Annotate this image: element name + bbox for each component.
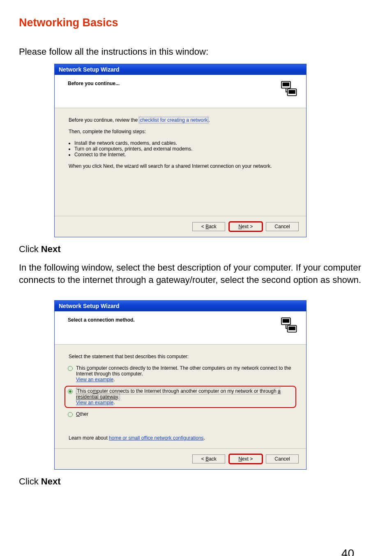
dot: . <box>113 377 115 382</box>
svg-rect-5 <box>283 319 290 322</box>
back-button[interactable]: < Back <box>192 454 225 463</box>
t: This co <box>77 388 93 394</box>
click-prefix: Click <box>19 244 41 254</box>
t: ther <box>80 411 88 417</box>
dialog1-footer: < Back Next > Cancel <box>55 216 306 237</box>
dialog1-header-title: Before you continue... <box>68 81 120 86</box>
t: This <box>76 365 87 371</box>
radio-text: Other <box>76 411 293 417</box>
click-bold: Next <box>41 476 61 486</box>
click-bold: Next <box>41 244 61 254</box>
review-suffix: . <box>208 117 210 123</box>
view-example-link[interactable]: View an example <box>76 400 113 405</box>
dot: . <box>113 400 115 405</box>
svg-rect-7 <box>288 327 295 330</box>
svg-rect-3 <box>288 90 295 94</box>
click-next-1: Click Next <box>19 243 373 255</box>
radio-icon[interactable] <box>68 389 73 394</box>
then-line: Then, complete the following steps: <box>69 129 292 134</box>
network-computers-icon <box>281 81 299 99</box>
network-computers-icon <box>281 317 299 335</box>
click-prefix: Click <box>19 476 41 486</box>
page-title: Networking Basics <box>19 16 373 29</box>
learn-more-line: Learn more about home or small office ne… <box>69 435 295 441</box>
next-button[interactable]: Next > <box>229 222 262 231</box>
view-example-link[interactable]: View an example <box>76 377 113 382</box>
t: O <box>76 411 80 417</box>
checklist-link[interactable]: checklist for creating a network <box>139 117 208 123</box>
radio-option-direct[interactable]: This computer connects directly to the I… <box>65 364 295 384</box>
step-item: Connect to the Internet. <box>74 152 292 158</box>
svg-rect-1 <box>283 82 290 86</box>
steps-list: Install the network cards, modems, and c… <box>69 140 292 158</box>
dialog2-header: Select a connection method. <box>55 311 306 345</box>
dialog1-titlebar: Network Setup Wizard <box>55 64 306 75</box>
review-line: Before you continue, review the checklis… <box>69 117 292 123</box>
t: m <box>93 388 97 394</box>
wizard-dialog-before-continue: Network Setup Wizard Before you continue… <box>54 64 307 237</box>
cancel-button[interactable]: Cancel <box>266 454 299 463</box>
dialog2-titlebar: Network Setup Wizard <box>55 301 306 311</box>
click-next-2: Click Next <box>19 475 373 488</box>
learn-more-link[interactable]: home or small office network configurati… <box>109 435 204 441</box>
t: omputer connects directly to the Interne… <box>76 365 291 377</box>
t: . <box>204 435 205 441</box>
dialog2-content: Select the statement that best describes… <box>55 345 306 448</box>
radio-icon[interactable] <box>68 412 73 417</box>
dialog1-header: Before you continue... <box>55 75 306 108</box>
radio-text: This computer connects directly to the I… <box>76 365 293 382</box>
radio-text: This computer connects to the Internet t… <box>76 388 293 405</box>
wizard-dialog-connection-method: Network Setup Wizard Select a connection… <box>54 300 307 470</box>
cancel-button[interactable]: Cancel <box>266 222 299 231</box>
next-button[interactable]: Next > <box>229 454 262 463</box>
focused-label: This computer connects to the Internet t… <box>76 388 281 400</box>
dialog2-footer: < Back Next > Cancel <box>55 448 306 469</box>
page-number: 40 <box>341 547 354 556</box>
select-statement-text: Select the statement that best describes… <box>69 354 295 359</box>
step-item: Turn on all computers, printers, and ext… <box>74 146 292 152</box>
radio-option-gateway[interactable]: This computer connects to the Internet t… <box>65 387 295 407</box>
review-prefix: Before you continue, review the <box>69 117 139 123</box>
t: Learn more about <box>69 435 109 441</box>
middle-paragraph: In the following window, select the best… <box>19 262 373 286</box>
t: puter connects to the Internet through a… <box>97 388 278 394</box>
t: . <box>118 394 119 400</box>
radio-icon[interactable] <box>68 366 73 371</box>
search-line: When you click Next, the wizard will sea… <box>69 163 292 169</box>
intro-text: Please follow all the instructions in th… <box>19 46 373 58</box>
step-item: Install the network cards, modems, and c… <box>74 140 292 146</box>
dialog2-header-title: Select a connection method. <box>68 317 135 323</box>
radio-option-other[interactable]: Other <box>65 410 295 419</box>
dialog1-content: Before you continue, review the checklis… <box>55 108 306 216</box>
back-button[interactable]: < Back <box>192 222 225 231</box>
